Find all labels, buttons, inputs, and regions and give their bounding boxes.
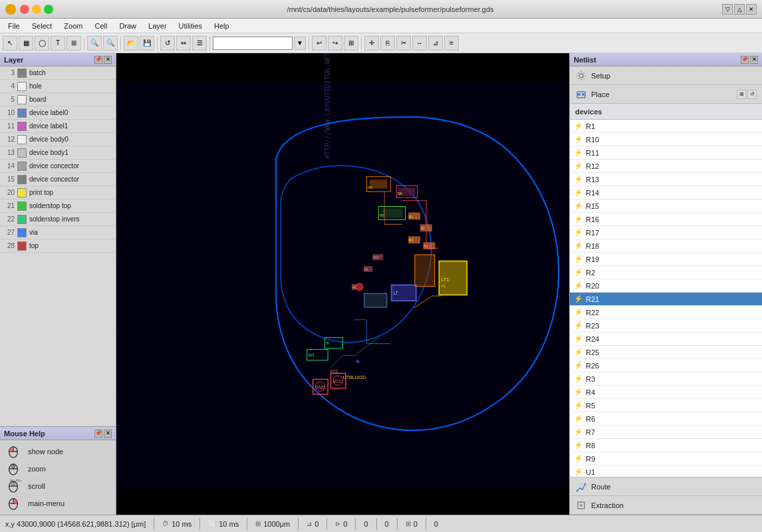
layer-item-hole[interactable]: 4 hole [0, 80, 116, 93]
toolbar-open-btn[interactable]: 📂 [124, 36, 138, 51]
cell-name-input[interactable]: pulseform [213, 37, 293, 50]
toolbar-text-btn[interactable]: T [51, 36, 65, 51]
svg-point-74 [584, 483, 586, 485]
device-item-R25[interactable]: ⚡ R25 [570, 346, 762, 359]
device-item-R19[interactable]: ⚡ R19 [570, 253, 762, 266]
toolbar-flip-btn[interactable]: ⇔ [176, 36, 191, 51]
minimize-btn[interactable] [32, 5, 41, 14]
device-item-R14[interactable]: ⚡ R14 [570, 186, 762, 200]
layer-item-device-concector[interactable]: 15 device concector [0, 173, 116, 186]
device-item-R15[interactable]: ⚡ R15 [570, 200, 762, 213]
layer-item-solderstop-top[interactable]: 21 solderstop top [0, 200, 116, 213]
device-item-R16[interactable]: ⚡ R16 [570, 213, 762, 226]
menu-layer[interactable]: Layer [143, 21, 172, 31]
netlist-panel-close[interactable]: ✕ [750, 56, 758, 64]
layer-item-device-body1[interactable]: 13 device body1 [0, 146, 116, 160]
toolbar-move-btn[interactable]: ✛ [364, 36, 379, 51]
extraction-btn[interactable]: Extraction [570, 496, 762, 515]
device-item-R20[interactable]: ⚡ R20 [570, 279, 762, 293]
canvas-area[interactable]: HTTP://WWW.LAYOUTEDITOR.NET R5 R6 [116, 53, 569, 515]
layer-item-print-top[interactable]: 20 print top [0, 186, 116, 200]
toolbar-delete-btn[interactable]: ✂ [396, 36, 411, 51]
wm-btn-1[interactable]: ▽ [722, 4, 733, 15]
maximize-btn[interactable] [44, 5, 53, 14]
layer-item-solderstop-invers[interactable]: 22 solderstop invers [0, 213, 116, 226]
netlist-panel-pin[interactable]: 📌 [741, 56, 749, 64]
title-bar: /mnt/cs/data/thies/layouts/example/pulse… [0, 0, 762, 19]
layer-item-device-label1[interactable]: 11 device label1 [0, 120, 116, 133]
device-item-R6[interactable]: ⚡ R6 [570, 412, 762, 426]
cell-dropdown-btn[interactable]: ▼ [294, 37, 306, 50]
device-item-R8[interactable]: ⚡ R8 [570, 439, 762, 452]
toolbar-pattern-btn[interactable]: ▦ [19, 36, 33, 51]
toolbar-props-btn[interactable]: ☰ [192, 36, 207, 51]
device-item-U1[interactable]: ⚡ U1 [570, 466, 762, 477]
zoom-label: zoom [28, 465, 46, 473]
device-item-R21[interactable]: ⚡ R21 [570, 293, 762, 306]
toolbar-select-btn[interactable]: ↖ [3, 36, 17, 51]
mouse-action-scroll: SCROLL scroll [4, 477, 112, 495]
toolbar-copy-btn[interactable]: ⎘ [380, 36, 395, 51]
pcb-canvas[interactable]: HTTP://WWW.LAYOUTEDITOR.NET R5 R6 [116, 53, 569, 515]
menu-file[interactable]: File [3, 21, 25, 31]
device-item-R23[interactable]: ⚡ R23 [570, 319, 762, 332]
toolbar-rotate-btn[interactable]: ↺ [160, 36, 175, 51]
place-icon-btn2[interactable]: ↺ [747, 90, 757, 99]
device-item-R2[interactable]: ⚡ R2 [570, 266, 762, 279]
menu-select[interactable]: Select [27, 21, 58, 31]
menu-help[interactable]: Help [209, 21, 235, 31]
setup-btn[interactable]: Setup [570, 66, 762, 85]
mouse-actions: show node zoom [0, 440, 116, 515]
device-item-R5[interactable]: ⚡ R5 [570, 399, 762, 412]
layer-item-batch[interactable]: 3 batch [0, 66, 116, 80]
place-btn[interactable]: Place ⊞ ↺ [570, 85, 762, 104]
device-item-R7[interactable]: ⚡ R7 [570, 426, 762, 439]
device-item-R1[interactable]: ⚡ R1 [570, 120, 762, 133]
menu-utilities[interactable]: Utilities [174, 21, 207, 31]
device-item-R13[interactable]: ⚡ R13 [570, 173, 762, 186]
menu-draw[interactable]: Draw [114, 21, 142, 31]
device-item-R12[interactable]: ⚡ R12 [570, 160, 762, 173]
toolbar-measure-btn[interactable]: ⊿ [428, 36, 443, 51]
device-item-R11[interactable]: ⚡ R11 [570, 146, 762, 160]
layer-panel-close[interactable]: ✕ [104, 56, 112, 64]
layer-item-via[interactable]: 27 via [0, 226, 116, 239]
wm-btn-close[interactable]: ✕ [746, 4, 757, 15]
route-btn[interactable]: Route [570, 477, 762, 496]
left-panel: Layer 📌 ✕ 3 batch 4 hole 5 board 10 devi… [0, 53, 116, 515]
toolbar-stretch-btn[interactable]: ↔ [412, 36, 427, 51]
layer-panel-pin[interactable]: 📌 [94, 56, 102, 64]
device-item-R3[interactable]: ⚡ R3 [570, 372, 762, 386]
device-item-R24[interactable]: ⚡ R24 [570, 332, 762, 346]
toolbar-undo-btn[interactable]: ↩ [312, 36, 326, 51]
mouse-help-pin[interactable]: 📌 [94, 430, 102, 438]
toolbar-component-btn[interactable]: ⊞ [66, 36, 81, 51]
layer-item-top[interactable]: 28 top [0, 239, 116, 253]
menu-cell[interactable]: Cell [89, 21, 112, 31]
place-icon-btn1[interactable]: ⊞ [737, 90, 746, 99]
device-item-R26[interactable]: ⚡ R26 [570, 359, 762, 372]
toolbar-circle-btn[interactable]: ◯ [35, 36, 49, 51]
menu-zoom[interactable]: Zoom [59, 21, 88, 31]
layer-item-device-concector[interactable]: 14 device concector [0, 160, 116, 173]
status-sep-6 [355, 518, 356, 530]
device-item-R18[interactable]: ⚡ R18 [570, 239, 762, 253]
toolbar-redo-btn[interactable]: ↪ [328, 36, 342, 51]
layer-item-device-label0[interactable]: 10 device label0 [0, 106, 116, 120]
toolbar-save-btn[interactable]: 💾 [140, 36, 154, 51]
status-v1: ⊿ 0 [307, 520, 318, 528]
layer-item-board[interactable]: 5 board [0, 93, 116, 106]
device-item-R4[interactable]: ⚡ R4 [570, 386, 762, 399]
device-item-R10[interactable]: ⚡ R10 [570, 133, 762, 146]
mouse-help-close[interactable]: ✕ [104, 430, 112, 438]
device-item-R9[interactable]: ⚡ R9 [570, 452, 762, 466]
device-item-R22[interactable]: ⚡ R22 [570, 306, 762, 319]
close-btn[interactable] [20, 5, 29, 14]
layer-item-device-body0[interactable]: 12 device body0 [0, 133, 116, 146]
toolbar-grid-btn[interactable]: ⊞ [344, 36, 358, 51]
device-item-R17[interactable]: ⚡ R17 [570, 226, 762, 239]
toolbar-extra-btn[interactable]: ≡ [444, 36, 459, 51]
toolbar-zoom-out-btn[interactable]: 🔍 [103, 36, 118, 51]
wm-btn-2[interactable]: △ [734, 4, 745, 15]
toolbar-zoom-in-btn[interactable]: 🔍 [87, 36, 102, 51]
